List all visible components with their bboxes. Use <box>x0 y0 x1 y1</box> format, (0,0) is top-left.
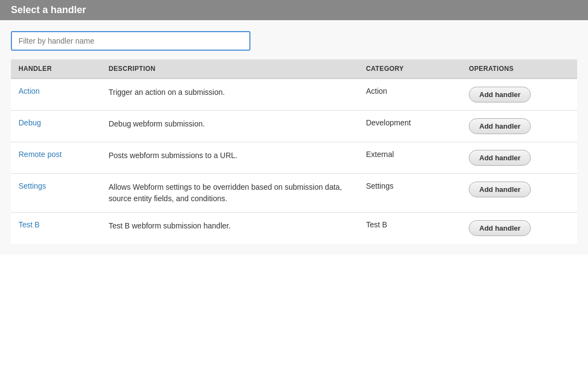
col-header-operations: OPERATIONS <box>461 59 577 79</box>
page-title: Select a handler <box>11 4 86 15</box>
handler-category-remote-post: External <box>358 142 461 174</box>
add-handler-button-debug[interactable]: Add handler <box>469 118 531 134</box>
handler-link-debug[interactable]: Debug <box>19 118 41 127</box>
handler-link-remote-post[interactable]: Remote post <box>19 150 62 159</box>
add-handler-button-remote-post[interactable]: Add handler <box>469 150 531 166</box>
add-handler-button-action[interactable]: Add handler <box>469 87 531 102</box>
handler-description-test-b: Test B webform submission handler. <box>101 213 358 244</box>
page-wrapper: Select a handler HANDLER DESCRIPTION CAT… <box>0 0 588 368</box>
handler-description-remote-post: Posts webform submissions to a URL. <box>101 142 358 174</box>
content-area: HANDLER DESCRIPTION CATEGORY OPERATIONS … <box>0 20 588 255</box>
handler-table: HANDLER DESCRIPTION CATEGORY OPERATIONS … <box>11 59 577 244</box>
handler-description-settings: Allows Webform settings to be overridden… <box>101 174 358 213</box>
col-header-description: DESCRIPTION <box>101 59 358 79</box>
handler-description-debug: Debug webform submission. <box>101 111 358 142</box>
table-row: Remote postPosts webform submissions to … <box>11 142 577 174</box>
handler-link-settings[interactable]: Settings <box>19 182 46 190</box>
table-row: SettingsAllows Webform settings to be ov… <box>11 174 577 213</box>
col-header-category: CATEGORY <box>358 59 461 79</box>
handler-link-test-b[interactable]: Test B <box>19 220 40 229</box>
filter-input[interactable] <box>11 31 250 51</box>
table-row: Test BTest B webform submission handler.… <box>11 213 577 244</box>
add-handler-button-settings[interactable]: Add handler <box>469 182 531 197</box>
table-row: DebugDebug webform submission.Developmen… <box>11 111 577 142</box>
handler-link-action[interactable]: Action <box>19 87 40 95</box>
handler-category-test-b: Test B <box>358 213 461 244</box>
handler-description-action: Trigger an action on a submission. <box>101 79 358 111</box>
handler-category-action: Action <box>358 79 461 111</box>
title-bar: Select a handler <box>0 0 588 20</box>
handler-category-debug: Development <box>358 111 461 142</box>
handler-category-settings: Settings <box>358 174 461 213</box>
table-header: HANDLER DESCRIPTION CATEGORY OPERATIONS <box>11 59 577 79</box>
table-row: ActionTrigger an action on a submission.… <box>11 79 577 111</box>
add-handler-button-test-b[interactable]: Add handler <box>469 220 531 236</box>
table-body: ActionTrigger an action on a submission.… <box>11 79 577 244</box>
col-header-handler: HANDLER <box>11 59 101 79</box>
